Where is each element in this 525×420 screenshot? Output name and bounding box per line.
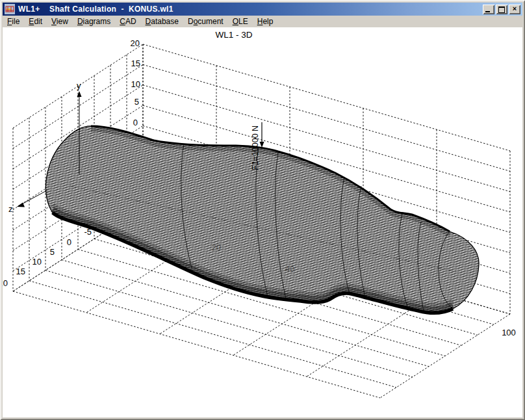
menu-item-diagrams[interactable]: Diagrams <box>73 16 115 27</box>
window-controls: × <box>483 5 520 14</box>
menu-item-database[interactable]: Database <box>141 16 183 27</box>
titlebar[interactable]: WL1+ Shaft Calculation - KONUS.wl1 × <box>3 3 522 16</box>
x-axis-tick-label: 20 <box>212 243 221 252</box>
shaft-mesh <box>45 126 479 313</box>
maximize-button[interactable] <box>496 5 507 14</box>
menu-item-file[interactable]: File <box>3 16 24 27</box>
grid-line <box>13 291 380 398</box>
maximize-icon <box>498 7 505 13</box>
menu-item-help[interactable]: Help <box>253 16 278 27</box>
z-axis-tick-label: 20 <box>3 278 8 288</box>
app-icon-accent <box>6 8 11 10</box>
x-axis-tick-label: 100 <box>502 328 516 337</box>
grid-line <box>380 314 510 398</box>
close-icon: × <box>513 5 517 12</box>
window-title: WL1+ Shaft Calculation - KONUS.wl1 <box>18 5 173 14</box>
menu-item-view[interactable]: View <box>47 16 73 27</box>
y-axis-tick-label: 5 <box>134 97 139 107</box>
menu-bar: FileEditViewDiagramsCADDatabaseDocumentO… <box>3 16 522 28</box>
z-axis-tick-label: 10 <box>32 257 42 267</box>
plot-client-area: 20151050-505101520 2040100 y <box>3 27 522 417</box>
minimize-button[interactable] <box>483 5 494 14</box>
menu-item-document[interactable]: Document <box>183 16 228 27</box>
grid-line <box>29 281 396 387</box>
force-label: F1=10000 N <box>251 125 260 170</box>
y-axis-tick-label: 20 <box>131 38 140 48</box>
menu-item-cad[interactable]: CAD <box>115 16 140 27</box>
shaft-3d-plot: 20151050-505101520 2040100 y <box>3 27 522 417</box>
menu-item-edit[interactable]: Edit <box>24 16 47 27</box>
plot-title: WL1 - 3D <box>215 30 252 40</box>
close-button[interactable]: × <box>509 5 520 14</box>
y-axis-tick-label: 10 <box>131 79 140 89</box>
z-axis-letter: z <box>8 204 13 214</box>
z-axis-tick-label: 0 <box>67 237 71 247</box>
z-axis-tick-label: 15 <box>16 267 25 276</box>
grid-line <box>143 44 510 151</box>
menu-item-ole[interactable]: OLE <box>228 16 253 27</box>
y-axis-letter: y <box>77 81 81 90</box>
app-icon[interactable] <box>5 4 15 14</box>
minimize-icon <box>485 11 490 12</box>
application-window: { "window": { "app_name": "WL1+", "title… <box>0 0 525 420</box>
y-axis-tick-label: 0 <box>133 118 138 127</box>
y-axis-tick-label: 15 <box>131 59 140 68</box>
z-axis-tick-label: 5 <box>50 247 55 257</box>
x-axis-tick-label: 40 <box>285 264 294 274</box>
